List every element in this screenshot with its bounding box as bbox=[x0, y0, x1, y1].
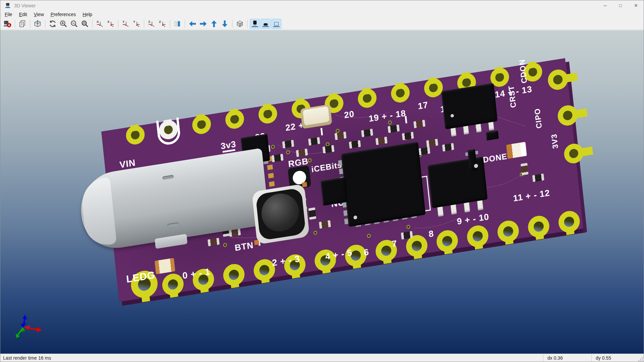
svg-text:Z: Z bbox=[159, 20, 161, 23]
silkscreen-label-p17: 17 bbox=[417, 100, 429, 112]
zoom-in-button[interactable] bbox=[58, 19, 68, 29]
pad-castellation bbox=[141, 292, 150, 302]
menu-bar: FileEditViewPreferencesHelp bbox=[0, 11, 644, 18]
toolbar-separator bbox=[232, 20, 232, 28]
resize-grip[interactable] bbox=[638, 357, 643, 362]
toolbar-separator bbox=[170, 20, 170, 28]
pad-castellation bbox=[230, 109, 238, 116]
rotate-z-cw-icon: Z bbox=[148, 20, 156, 28]
pad-castellation bbox=[495, 67, 503, 74]
menu-item-view[interactable]: View bbox=[31, 11, 47, 18]
move-down-icon bbox=[221, 20, 229, 28]
projection-cube-button[interactable] bbox=[235, 19, 245, 29]
pad-castellation bbox=[230, 280, 239, 288]
silkscreen-label-p20: 20 bbox=[343, 109, 355, 121]
zoom-in-icon bbox=[59, 20, 67, 28]
flash-chip bbox=[428, 157, 488, 208]
viewport-3d[interactable]: VIN3v32322 + - 212019 + - 181716 + - 151… bbox=[0, 30, 644, 354]
rotate-x-ccw-button[interactable]: X bbox=[106, 19, 116, 29]
svg-text:Y: Y bbox=[122, 20, 125, 23]
menu-item-preferences[interactable]: Preferences bbox=[47, 11, 79, 18]
pcb-board: VIN3v32322 + - 212019 + - 181716 + - 151… bbox=[101, 58, 583, 302]
rotate-y-cw-button[interactable]: Y bbox=[121, 19, 131, 29]
move-down-button[interactable] bbox=[220, 19, 230, 29]
toggle-th-models-button[interactable] bbox=[250, 19, 260, 29]
3d-viewer-window: 3D Viewer ─ □ ✕ FileEditViewPreferencesH… bbox=[0, 0, 644, 362]
status-bar: Last render time 16 ms dx 0.36 dy 0.55 bbox=[0, 354, 644, 362]
dfn-pad bbox=[475, 151, 478, 155]
rotate-x-cw-button[interactable]: X bbox=[95, 19, 105, 29]
axes-cube-button[interactable] bbox=[33, 19, 43, 29]
move-right-button[interactable] bbox=[198, 19, 208, 29]
usb-shield-pad bbox=[268, 173, 274, 178]
refresh-view-button[interactable] bbox=[48, 19, 58, 29]
pad-hole bbox=[562, 110, 573, 121]
reload-board-button[interactable] bbox=[2, 19, 12, 29]
pad-castellation bbox=[383, 256, 392, 264]
silkscreen-label-v33r: 3V3 bbox=[549, 133, 560, 149]
menu-item-help[interactable]: Help bbox=[79, 11, 96, 18]
rotate-x-ccw-icon: X bbox=[107, 20, 115, 28]
copy-image-button[interactable] bbox=[17, 19, 28, 29]
move-up-button[interactable] bbox=[209, 19, 219, 29]
silkscreen-label-p6: 6 bbox=[363, 247, 370, 258]
pad-castellation bbox=[564, 73, 578, 83]
svg-text:X: X bbox=[97, 20, 99, 23]
flip-board-button[interactable] bbox=[172, 19, 182, 29]
menu-item-file[interactable]: File bbox=[1, 11, 16, 18]
close-button[interactable]: ✕ bbox=[628, 0, 644, 11]
zoom-out-button[interactable] bbox=[69, 19, 79, 29]
toolbar: XXYYZZ bbox=[0, 18, 644, 30]
usb-c-slot bbox=[162, 175, 174, 180]
toolbar-separator bbox=[118, 20, 118, 28]
pad-hole bbox=[533, 221, 544, 233]
maximize-button[interactable]: □ bbox=[613, 0, 628, 11]
move-left-button[interactable] bbox=[187, 19, 198, 29]
axes-cube-icon bbox=[34, 20, 42, 28]
toggle-smd-models-button[interactable] bbox=[261, 19, 271, 29]
pad-hole bbox=[553, 74, 563, 85]
toolbar-separator bbox=[144, 20, 144, 28]
zoom-fit-button[interactable] bbox=[80, 19, 90, 29]
usb-c-slot bbox=[167, 222, 179, 227]
rotate-z-cw-button[interactable]: Z bbox=[147, 19, 157, 29]
pad-castellation bbox=[200, 285, 209, 293]
rotate-y-ccw-icon: Y bbox=[132, 20, 141, 28]
pad-castellation bbox=[291, 270, 300, 279]
pad-castellation bbox=[474, 242, 483, 250]
pad-castellation bbox=[395, 82, 404, 90]
minimize-button[interactable]: ─ bbox=[597, 0, 613, 11]
rotate-z-ccw-button[interactable]: Z bbox=[157, 19, 167, 29]
flip-board-icon bbox=[173, 20, 181, 28]
pad-castellation bbox=[528, 61, 537, 69]
pad-castellation bbox=[353, 261, 361, 269]
move-right-icon bbox=[199, 20, 207, 28]
usb-c-shell-end bbox=[80, 177, 117, 248]
move-up-icon bbox=[210, 20, 218, 28]
rotate-y-cw-icon: Y bbox=[122, 20, 130, 28]
title-bar[interactable]: 3D Viewer ─ □ ✕ bbox=[0, 0, 644, 11]
qfn-chip bbox=[321, 177, 348, 205]
pad-castellation bbox=[329, 93, 338, 100]
pad-castellation bbox=[261, 276, 270, 284]
pad-castellation bbox=[505, 237, 514, 245]
rotate-y-ccw-button[interactable]: Y bbox=[131, 19, 142, 29]
pad-castellation bbox=[130, 124, 139, 132]
toolbar-separator bbox=[15, 20, 15, 28]
pad-hole bbox=[442, 235, 453, 247]
passive-component bbox=[308, 207, 316, 220]
pad-hole bbox=[381, 245, 392, 257]
toggle-virtual-models-button[interactable] bbox=[271, 19, 281, 29]
pad-castellation bbox=[444, 246, 452, 254]
passive-component bbox=[521, 163, 528, 175]
menu-item-edit[interactable]: Edit bbox=[16, 11, 31, 18]
pad-hole bbox=[259, 264, 270, 276]
app-icon bbox=[5, 3, 11, 9]
pad-castellation bbox=[170, 290, 178, 298]
button-contact bbox=[302, 182, 307, 187]
copy-image-icon bbox=[18, 20, 26, 28]
pad-castellation bbox=[322, 266, 331, 274]
pad-castellation bbox=[362, 88, 371, 95]
pad-hole bbox=[167, 279, 178, 290]
window-title: 3D Viewer bbox=[14, 3, 36, 8]
